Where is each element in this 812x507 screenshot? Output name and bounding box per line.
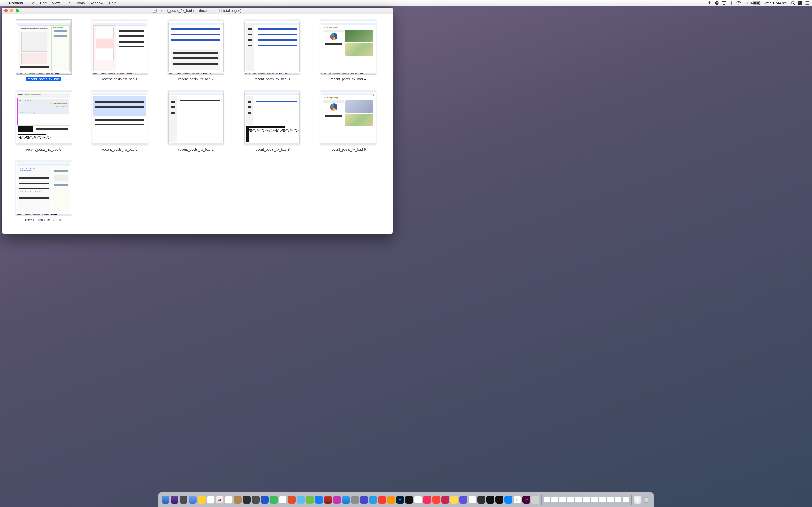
thumbnail-cell[interactable]: %">%">%">%">%">%"> recent_posts_fix_bad-… [243, 89, 302, 152]
menu-file[interactable]: File [26, 1, 37, 5]
thumbnail-cell[interactable]: ⟵ ⟶ ⟳ ⓘ Not Secure | rjmprogramming.com.… [14, 89, 73, 152]
menu-view[interactable]: View [49, 1, 63, 5]
thumbnail-grid[interactable]: WordPress Landing Page Custom Fields Inh… [2, 14, 393, 233]
thumbnail-label[interactable]: recent_posts_fix_bad-7 [177, 147, 215, 152]
thumbnail-image[interactable]: ⟵ ⟶ ⟳ ⓘ Not Secure | rjmprogramming.com.… [15, 89, 72, 146]
thumbnail-cell[interactable]: recent_posts_fix_bad-2 [166, 19, 225, 81]
thumbnail-image[interactable] [92, 19, 148, 75]
thumbnail-label[interactable]: recent_posts_fix_bad-1 [101, 77, 139, 81]
thumbnail-label[interactable]: recent_posts_fix_bad-4 [329, 77, 368, 81]
thumbnail-label[interactable]: recent_posts_fix_bad-3 [253, 77, 292, 81]
thumbnail-label[interactable]: recent_posts_fix_bad-2 [177, 77, 215, 81]
thumbnail-image[interactable] [168, 19, 224, 75]
thumbnail-cell[interactable]: recent_posts_fix_bad-7 [166, 89, 225, 152]
thumbnail-label[interactable]: recent_posts_fix_bad-6 [101, 147, 139, 152]
menu-go[interactable]: Go [63, 1, 73, 5]
window-titlebar[interactable]: recent_posts_fix_bad (11 documents, 11 t… [2, 8, 393, 14]
thumbnail-cell[interactable]: recent_posts_fix_bad-3 [243, 19, 302, 81]
app-menu[interactable]: Preview [6, 1, 26, 5]
thumbnail-cell[interactable]: WordPress Recent Post Spin Transparent B… [14, 160, 73, 222]
preview-window: recent_posts_fix_bad (11 documents, 11 t… [2, 8, 393, 233]
window-title: recent_posts_fix_bad (11 documents, 11 t… [158, 9, 242, 13]
thumbnail-image[interactable] [244, 19, 300, 75]
thumbnail-label[interactable]: recent_posts_fix_bad-8 [253, 147, 292, 152]
thumbnail-image[interactable] [168, 89, 224, 146]
thumbnail-image[interactable]: WordPress Recent Post Spin Transparent B… [15, 160, 72, 216]
thumbnail-image[interactable]: %">%">%">%">%">%"> [244, 89, 300, 146]
thumbnail-image[interactable] [92, 89, 148, 146]
window-minimize-button[interactable] [10, 9, 13, 12]
window-zoom-button[interactable] [15, 9, 19, 12]
menu-window[interactable]: Window [87, 1, 106, 5]
menu-tools[interactable]: Tools [73, 1, 87, 5]
menu-edit[interactable]: Edit [37, 1, 49, 5]
thumbnail-label[interactable]: recent_posts_fix_bad-5 [24, 147, 63, 152]
titlebar-doc-icon [153, 9, 157, 13]
thumbnail-cell[interactable]: recent_posts_fix_bad-6 [90, 89, 149, 152]
thumbnail-cell[interactable]: ⚡ RJM Programming rece [319, 89, 378, 152]
menu-help[interactable]: Help [106, 1, 119, 5]
thumbnail-image[interactable]: ⚡ RJM Programming [320, 19, 376, 75]
thumbnail-image[interactable]: ⚡ RJM Programming [320, 89, 376, 146]
thumbnail-label[interactable]: recent_posts_fix_bad-10 [23, 218, 64, 222]
thumbnail-label[interactable]: recent_posts_fix_bad-9 [329, 147, 368, 152]
thumbnail-label[interactable]: recent_posts_fix_bad [26, 77, 61, 81]
window-close-button[interactable] [4, 9, 8, 12]
thumbnail-cell[interactable]: WordPress Landing Page Custom Fields Inh… [14, 19, 73, 81]
thumbnail-cell[interactable]: recent_posts_fix_bad-1 [90, 19, 149, 81]
menubar: Preview File Edit View Go Tools Window H… [0, 0, 406, 6]
thumbnail-image[interactable]: WordPress Landing Page Custom Fields Inh… [15, 19, 72, 75]
thumbnail-cell[interactable]: ⚡ RJM Programming rece [319, 19, 378, 81]
